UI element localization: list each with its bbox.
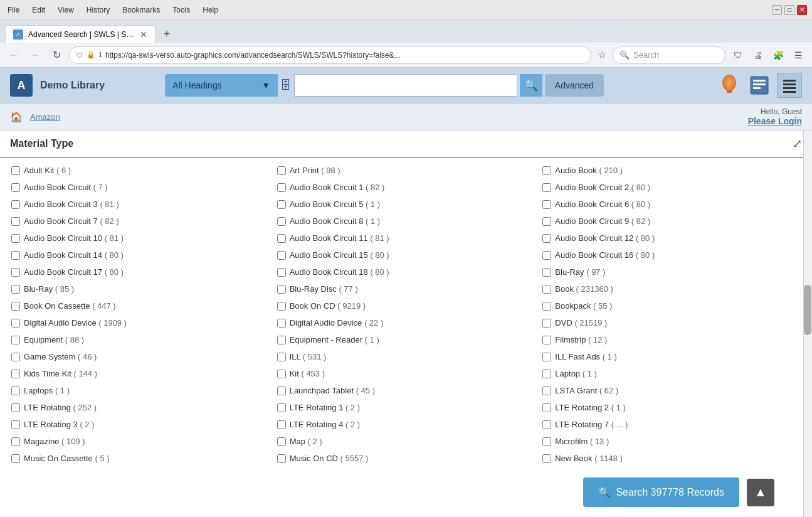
menu-button[interactable]: ☰ — [789, 46, 807, 64]
close-button[interactable]: ✕ — [797, 5, 807, 15]
material-type-checkbox[interactable] — [11, 234, 20, 243]
material-type-checkbox[interactable] — [277, 217, 286, 226]
material-type-checkbox[interactable] — [277, 420, 286, 429]
list-item: LTE Rotating ( 252 ) — [10, 400, 271, 415]
print-button[interactable]: 🖨 — [749, 46, 767, 64]
catalog-icon[interactable] — [747, 73, 772, 98]
material-type-checkbox[interactable] — [11, 302, 20, 311]
material-type-checkbox[interactable] — [542, 403, 551, 412]
material-type-checkbox[interactable] — [277, 319, 286, 328]
material-type-checkbox[interactable] — [542, 268, 551, 277]
menu-view[interactable]: View — [55, 4, 76, 16]
amazon-link[interactable]: Amazon — [30, 112, 60, 122]
material-type-checkbox[interactable] — [277, 302, 286, 311]
minimize-button[interactable]: ─ — [772, 5, 782, 15]
list-item: Audio Book Circuit 8 ( 1 ) — [276, 214, 537, 228]
material-type-checkbox[interactable] — [11, 454, 20, 463]
login-link[interactable]: Please Login — [748, 116, 802, 126]
material-type-checkbox[interactable] — [542, 370, 551, 378]
material-type-checkbox[interactable] — [277, 183, 286, 192]
tab-close-button[interactable]: ✕ — [140, 29, 147, 40]
material-type-checkbox[interactable] — [277, 437, 286, 446]
material-type-checkbox[interactable] — [542, 217, 551, 226]
material-type-label: Digital Audio Device ( 1909 ) — [24, 318, 127, 328]
material-type-checkbox[interactable] — [11, 420, 20, 429]
material-type-checkbox[interactable] — [11, 217, 20, 226]
menu-edit[interactable]: Edit — [29, 4, 48, 16]
material-type-checkbox[interactable] — [277, 268, 286, 277]
material-type-checkbox[interactable] — [542, 200, 551, 209]
material-type-checkbox[interactable] — [277, 454, 286, 463]
material-type-checkbox[interactable] — [542, 420, 551, 429]
material-type-checkbox[interactable] — [542, 386, 551, 395]
material-type-checkbox[interactable] — [277, 251, 286, 260]
advanced-button[interactable]: Advanced — [545, 74, 604, 97]
material-type-checkbox[interactable] — [11, 200, 20, 209]
material-type-checkbox[interactable] — [542, 166, 551, 175]
material-type-checkbox[interactable] — [277, 166, 286, 175]
material-type-checkbox[interactable] — [277, 370, 286, 378]
addon-button[interactable]: 🧩 — [769, 46, 787, 64]
menu-bookmarks[interactable]: Bookmarks — [120, 4, 162, 16]
material-type-checkbox[interactable] — [542, 183, 551, 192]
material-type-checkbox[interactable] — [542, 251, 551, 260]
active-tab[interactable]: A Advanced Search | SWLS | SWLS... ✕ — [5, 25, 156, 43]
list-item: Audio Book Circuit 7 ( 82 ) — [10, 214, 271, 228]
material-type-checkbox[interactable] — [277, 353, 286, 361]
material-type-checkbox[interactable] — [11, 268, 20, 277]
material-type-checkbox[interactable] — [542, 437, 551, 446]
material-type-checkbox[interactable] — [11, 386, 20, 395]
search-records-button[interactable]: 🔍 Search 397778 Records — [583, 477, 739, 507]
collapse-button[interactable]: ⤢ — [793, 137, 802, 151]
material-type-checkbox[interactable] — [277, 285, 286, 294]
material-type-checkbox[interactable] — [11, 166, 20, 175]
material-type-checkbox[interactable] — [11, 251, 20, 260]
browser-search-box[interactable]: 🔍 Search — [613, 46, 725, 64]
new-tab-button[interactable]: + — [158, 25, 176, 43]
material-type-checkbox[interactable] — [277, 234, 286, 243]
database-icon[interactable]: 🗄 — [280, 79, 292, 92]
material-type-checkbox[interactable] — [542, 336, 551, 344]
scrollbar-track[interactable] — [803, 131, 812, 517]
shield-button[interactable]: 🛡 — [729, 46, 747, 64]
menu-help[interactable]: Help — [200, 4, 221, 16]
list-item: LTE Rotating 1 ( 2 ) — [276, 400, 537, 415]
material-type-checkbox[interactable] — [11, 353, 20, 361]
list-view-button[interactable] — [777, 73, 802, 98]
material-type-checkbox[interactable] — [542, 234, 551, 243]
material-type-checkbox[interactable] — [542, 302, 551, 311]
material-type-checkbox[interactable] — [11, 183, 20, 192]
material-type-checkbox[interactable] — [11, 319, 20, 328]
material-type-checkbox[interactable] — [11, 285, 20, 294]
material-type-checkbox[interactable] — [277, 336, 286, 344]
menu-file[interactable]: File — [5, 4, 22, 16]
refresh-button[interactable]: ↻ — [48, 46, 65, 64]
list-item: Book ( 231360 ) — [541, 282, 802, 296]
back-button[interactable]: ← — [5, 46, 23, 64]
home-icon[interactable]: 🏠 — [10, 111, 23, 123]
material-type-checkbox[interactable] — [11, 336, 20, 344]
material-type-label: Audio Book Circuit 15 ( 80 ) — [290, 250, 389, 260]
menu-history[interactable]: History — [84, 4, 112, 16]
material-type-checkbox[interactable] — [542, 285, 551, 294]
search-input[interactable] — [294, 74, 517, 97]
material-type-checkbox[interactable] — [277, 403, 286, 412]
material-type-checkbox[interactable] — [277, 386, 286, 395]
maximize-button[interactable]: □ — [784, 5, 794, 15]
material-type-checkbox[interactable] — [277, 200, 286, 209]
heading-dropdown[interactable]: All Headings ▼ — [165, 74, 278, 97]
scroll-to-top-button[interactable]: ▲ — [747, 479, 774, 506]
material-type-checkbox[interactable] — [542, 454, 551, 463]
material-type-checkbox[interactable] — [542, 319, 551, 328]
material-type-checkbox[interactable] — [11, 437, 20, 446]
material-type-checkbox[interactable] — [542, 353, 551, 361]
material-type-checkbox[interactable] — [11, 403, 20, 412]
bookmark-star[interactable]: ☆ — [598, 49, 606, 61]
menu-tools[interactable]: Tools — [170, 4, 192, 16]
material-type-checkbox[interactable] — [11, 370, 20, 378]
search-go-button[interactable]: 🔍 — [520, 74, 542, 97]
address-bar[interactable]: 🛡 🔒 ℹ https://qa-swls-verso.auto-graphic… — [69, 46, 591, 64]
forward-button[interactable]: → — [26, 46, 44, 64]
hot-air-balloon-icon[interactable] — [717, 73, 742, 98]
scrollbar-thumb[interactable] — [804, 285, 811, 335]
